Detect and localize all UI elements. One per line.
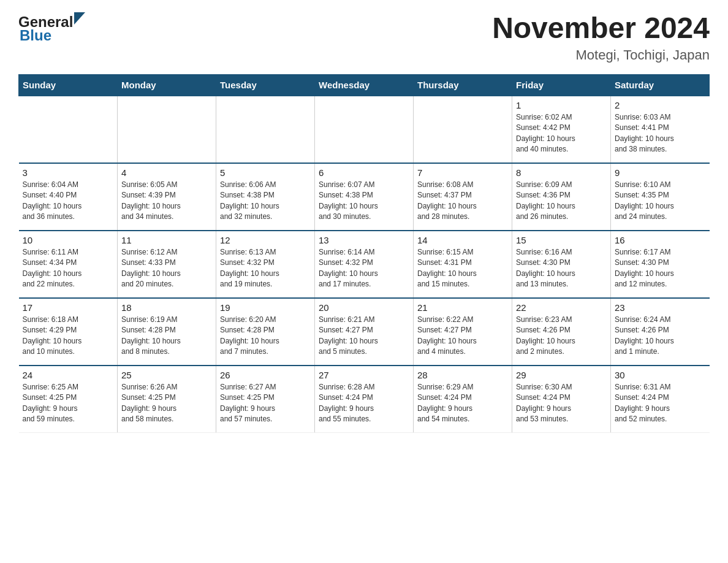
calendar-cell: 29Sunrise: 6:30 AM Sunset: 4:24 PM Dayli… bbox=[512, 366, 611, 433]
svg-marker-0 bbox=[74, 12, 85, 25]
day-info: Sunrise: 6:15 AM Sunset: 4:31 PM Dayligh… bbox=[417, 247, 508, 290]
day-info: Sunrise: 6:11 AM Sunset: 4:34 PM Dayligh… bbox=[23, 247, 114, 290]
day-number: 22 bbox=[516, 302, 607, 313]
day-info: Sunrise: 6:19 AM Sunset: 4:28 PM Dayligh… bbox=[121, 315, 212, 358]
logo: General Blue bbox=[18, 12, 85, 44]
calendar-cell: 8Sunrise: 6:09 AM Sunset: 4:36 PM Daylig… bbox=[512, 163, 611, 231]
logo-flag-icon bbox=[74, 12, 85, 25]
day-number: 16 bbox=[615, 235, 706, 245]
day-number: 28 bbox=[417, 370, 508, 380]
day-number: 30 bbox=[615, 370, 706, 380]
day-number: 19 bbox=[220, 302, 311, 313]
day-number: 26 bbox=[220, 370, 311, 380]
calendar-header-row: SundayMondayTuesdayWednesdayThursdayFrid… bbox=[19, 74, 710, 96]
day-number: 8 bbox=[516, 167, 607, 178]
calendar-cell: 30Sunrise: 6:31 AM Sunset: 4:24 PM Dayli… bbox=[611, 366, 710, 433]
day-info: Sunrise: 6:18 AM Sunset: 4:29 PM Dayligh… bbox=[23, 315, 114, 358]
day-number: 15 bbox=[516, 235, 607, 245]
calendar-cell: 23Sunrise: 6:24 AM Sunset: 4:26 PM Dayli… bbox=[611, 298, 710, 366]
col-header-tuesday: Tuesday bbox=[216, 74, 315, 96]
col-header-thursday: Thursday bbox=[414, 74, 512, 96]
col-header-saturday: Saturday bbox=[611, 74, 710, 96]
day-info: Sunrise: 6:02 AM Sunset: 4:42 PM Dayligh… bbox=[516, 112, 607, 155]
calendar-cell: 4Sunrise: 6:05 AM Sunset: 4:39 PM Daylig… bbox=[118, 163, 216, 231]
calendar-cell bbox=[216, 96, 315, 163]
day-info: Sunrise: 6:30 AM Sunset: 4:24 PM Dayligh… bbox=[516, 382, 607, 425]
calendar-cell: 1Sunrise: 6:02 AM Sunset: 4:42 PM Daylig… bbox=[512, 96, 611, 163]
day-info: Sunrise: 6:12 AM Sunset: 4:33 PM Dayligh… bbox=[121, 247, 212, 290]
calendar-cell: 17Sunrise: 6:18 AM Sunset: 4:29 PM Dayli… bbox=[19, 298, 118, 366]
logo-blue-text: Blue bbox=[18, 27, 51, 44]
day-info: Sunrise: 6:08 AM Sunset: 4:37 PM Dayligh… bbox=[417, 180, 508, 223]
day-number: 6 bbox=[319, 167, 409, 178]
day-number: 13 bbox=[319, 235, 409, 245]
day-number: 21 bbox=[417, 302, 508, 313]
day-info: Sunrise: 6:31 AM Sunset: 4:24 PM Dayligh… bbox=[615, 382, 706, 425]
day-info: Sunrise: 6:26 AM Sunset: 4:25 PM Dayligh… bbox=[121, 382, 212, 425]
day-number: 20 bbox=[319, 302, 409, 313]
calendar-week-row: 10Sunrise: 6:11 AM Sunset: 4:34 PM Dayli… bbox=[19, 231, 710, 298]
day-info: Sunrise: 6:27 AM Sunset: 4:25 PM Dayligh… bbox=[220, 382, 311, 425]
day-number: 12 bbox=[220, 235, 311, 245]
day-number: 24 bbox=[23, 370, 114, 380]
calendar-cell: 6Sunrise: 6:07 AM Sunset: 4:38 PM Daylig… bbox=[315, 163, 414, 231]
day-info: Sunrise: 6:16 AM Sunset: 4:30 PM Dayligh… bbox=[516, 247, 607, 290]
day-info: Sunrise: 6:14 AM Sunset: 4:32 PM Dayligh… bbox=[319, 247, 409, 290]
day-info: Sunrise: 6:24 AM Sunset: 4:26 PM Dayligh… bbox=[615, 315, 706, 358]
calendar-cell: 9Sunrise: 6:10 AM Sunset: 4:35 PM Daylig… bbox=[611, 163, 710, 231]
day-number: 9 bbox=[615, 167, 706, 178]
calendar-cell bbox=[118, 96, 216, 163]
page-subtitle: Motegi, Tochigi, Japan bbox=[492, 47, 710, 63]
calendar-cell: 10Sunrise: 6:11 AM Sunset: 4:34 PM Dayli… bbox=[19, 231, 118, 298]
calendar-cell: 12Sunrise: 6:13 AM Sunset: 4:32 PM Dayli… bbox=[216, 231, 315, 298]
day-number: 3 bbox=[23, 167, 114, 178]
col-header-friday: Friday bbox=[512, 74, 611, 96]
calendar-cell: 15Sunrise: 6:16 AM Sunset: 4:30 PM Dayli… bbox=[512, 231, 611, 298]
day-info: Sunrise: 6:03 AM Sunset: 4:41 PM Dayligh… bbox=[615, 112, 706, 155]
day-info: Sunrise: 6:09 AM Sunset: 4:36 PM Dayligh… bbox=[516, 180, 607, 223]
day-info: Sunrise: 6:17 AM Sunset: 4:30 PM Dayligh… bbox=[615, 247, 706, 290]
day-info: Sunrise: 6:23 AM Sunset: 4:26 PM Dayligh… bbox=[516, 315, 607, 358]
calendar-cell: 20Sunrise: 6:21 AM Sunset: 4:27 PM Dayli… bbox=[315, 298, 414, 366]
day-number: 2 bbox=[615, 100, 706, 110]
day-number: 5 bbox=[220, 167, 311, 178]
calendar-cell: 2Sunrise: 6:03 AM Sunset: 4:41 PM Daylig… bbox=[611, 96, 710, 163]
day-number: 7 bbox=[417, 167, 508, 178]
calendar-cell bbox=[414, 96, 512, 163]
day-info: Sunrise: 6:25 AM Sunset: 4:25 PM Dayligh… bbox=[23, 382, 114, 425]
page-header: General Blue November 2024 Motegi, Tochi… bbox=[18, 12, 710, 63]
col-header-sunday: Sunday bbox=[19, 74, 118, 96]
calendar-table: SundayMondayTuesdayWednesdayThursdayFrid… bbox=[18, 74, 710, 434]
day-info: Sunrise: 6:22 AM Sunset: 4:27 PM Dayligh… bbox=[417, 315, 508, 358]
day-number: 17 bbox=[23, 302, 114, 313]
calendar-cell: 16Sunrise: 6:17 AM Sunset: 4:30 PM Dayli… bbox=[611, 231, 710, 298]
day-info: Sunrise: 6:04 AM Sunset: 4:40 PM Dayligh… bbox=[23, 180, 114, 223]
calendar-cell: 19Sunrise: 6:20 AM Sunset: 4:28 PM Dayli… bbox=[216, 298, 315, 366]
calendar-cell: 7Sunrise: 6:08 AM Sunset: 4:37 PM Daylig… bbox=[414, 163, 512, 231]
calendar-cell: 25Sunrise: 6:26 AM Sunset: 4:25 PM Dayli… bbox=[118, 366, 216, 433]
calendar-cell: 22Sunrise: 6:23 AM Sunset: 4:26 PM Dayli… bbox=[512, 298, 611, 366]
calendar-week-row: 3Sunrise: 6:04 AM Sunset: 4:40 PM Daylig… bbox=[19, 163, 710, 231]
day-number: 23 bbox=[615, 302, 706, 313]
day-number: 18 bbox=[121, 302, 212, 313]
calendar-cell: 11Sunrise: 6:12 AM Sunset: 4:33 PM Dayli… bbox=[118, 231, 216, 298]
calendar-cell: 3Sunrise: 6:04 AM Sunset: 4:40 PM Daylig… bbox=[19, 163, 118, 231]
calendar-cell bbox=[315, 96, 414, 163]
calendar-week-row: 24Sunrise: 6:25 AM Sunset: 4:25 PM Dayli… bbox=[19, 366, 710, 433]
calendar-cell: 21Sunrise: 6:22 AM Sunset: 4:27 PM Dayli… bbox=[414, 298, 512, 366]
day-info: Sunrise: 6:07 AM Sunset: 4:38 PM Dayligh… bbox=[319, 180, 409, 223]
calendar-cell bbox=[19, 96, 118, 163]
col-header-wednesday: Wednesday bbox=[315, 74, 414, 96]
day-number: 27 bbox=[319, 370, 409, 380]
day-info: Sunrise: 6:28 AM Sunset: 4:24 PM Dayligh… bbox=[319, 382, 409, 425]
day-number: 10 bbox=[23, 235, 114, 245]
calendar-cell: 14Sunrise: 6:15 AM Sunset: 4:31 PM Dayli… bbox=[414, 231, 512, 298]
day-info: Sunrise: 6:20 AM Sunset: 4:28 PM Dayligh… bbox=[220, 315, 311, 358]
day-number: 29 bbox=[516, 370, 607, 380]
calendar-cell: 27Sunrise: 6:28 AM Sunset: 4:24 PM Dayli… bbox=[315, 366, 414, 433]
calendar-cell: 18Sunrise: 6:19 AM Sunset: 4:28 PM Dayli… bbox=[118, 298, 216, 366]
day-info: Sunrise: 6:05 AM Sunset: 4:39 PM Dayligh… bbox=[121, 180, 212, 223]
calendar-cell: 28Sunrise: 6:29 AM Sunset: 4:24 PM Dayli… bbox=[414, 366, 512, 433]
calendar-week-row: 17Sunrise: 6:18 AM Sunset: 4:29 PM Dayli… bbox=[19, 298, 710, 366]
day-info: Sunrise: 6:13 AM Sunset: 4:32 PM Dayligh… bbox=[220, 247, 311, 290]
